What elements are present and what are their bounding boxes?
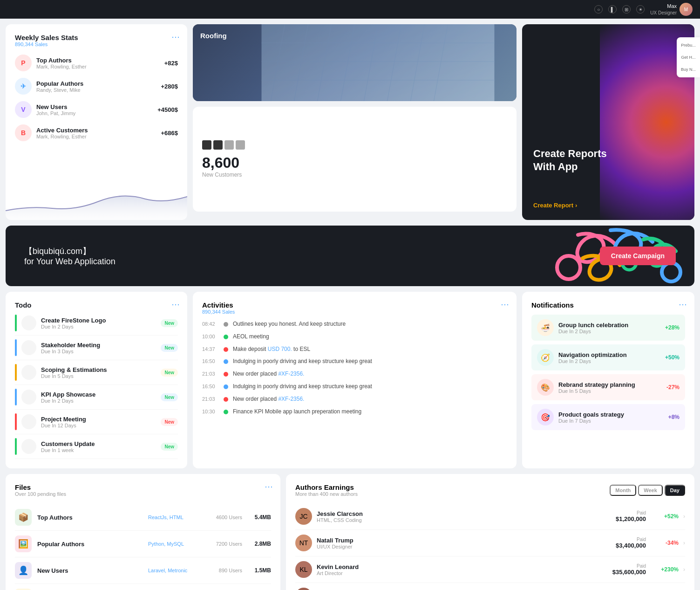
file-item: 🖼️ Popular Authors Python, MySQL 7200 Us… [15, 531, 271, 557]
file-icon: 👤 [15, 562, 32, 579]
sales-item-sub: John, Pat, Jimmy [36, 110, 153, 116]
notification-item: 🎨 Rebrand strategy planning Due In 5 Day… [531, 374, 685, 400]
notifications-title: Notifications [531, 301, 685, 309]
sales-items: P Top Authors Mark, Rowling, Esther +82$… [15, 55, 178, 141]
svg-point-12 [557, 256, 580, 279]
side-panel-item-prebu[interactable]: Prebu... [679, 41, 698, 49]
file-item: ⭐ Active Customers AngularJS, C# 4600 Us… [15, 584, 271, 590]
activity-item: 14:37 Make deposit USD 700. to ESL [202, 345, 507, 353]
sales-icon-new-users: V [15, 101, 32, 118]
todo-info: Create FireStone Logo Due In 2 Days [41, 317, 156, 329]
author-item: JC Jessie Clarcson HTML, CSS Coding Paid… [295, 503, 685, 530]
author-chevron-icon[interactable]: › [683, 566, 685, 573]
todo-due: Due In 3 Days [41, 349, 156, 354]
author-paid-label: Paid [612, 563, 646, 569]
activity-item: 21:03 New order placed #XF-2356. [202, 395, 507, 403]
activity-text: Finance KPI Mobile app launch preperatio… [233, 408, 361, 416]
sales-item-name: Active Customers [36, 127, 156, 134]
weekly-sales-title: Weekly Sales Stats [15, 34, 178, 41]
file-users: 890 Users [205, 568, 242, 573]
side-panel-item-buyn[interactable]: Buy N... [679, 65, 698, 74]
activity-link[interactable]: #XF-2356. [278, 370, 304, 377]
author-avatar: KL [295, 561, 312, 578]
author-payment: Paid $3,400,000 [616, 537, 646, 549]
todo-name: Create FireStone Logo [41, 317, 156, 324]
todo-item: Project Meeting Due In 12 Days New [15, 410, 178, 434]
create-report-link[interactable]: Create Report › [533, 202, 683, 209]
author-chevron-icon[interactable]: › [683, 540, 685, 546]
activity-time: 16:50 [202, 383, 219, 389]
author-role: Art Director [317, 570, 608, 576]
create-campaign-button[interactable]: Create Campaign [600, 247, 676, 265]
user-name-label: Max UX Designer [650, 3, 677, 15]
author-chevron-icon[interactable]: › [683, 513, 685, 520]
activity-link[interactable]: USD 700. [268, 346, 292, 352]
tab-month[interactable]: Month [610, 485, 636, 496]
todo-bar [15, 413, 17, 430]
notif-pct: +50% [665, 354, 680, 361]
todo-dot [21, 316, 36, 330]
notif-name: Rebrand strategy planning [558, 381, 662, 388]
todo-badge: New [161, 344, 178, 352]
file-users: 4600 Users [205, 515, 242, 520]
author-item: KL Kevin Leonard Art Director Paid $35,6… [295, 556, 685, 583]
earnings-subtitle: More than 400 new authors [295, 491, 358, 497]
sales-item-info-top-authors: Top Authors Mark, Rowling, Esther [36, 57, 160, 69]
file-size: 1.5MB [248, 567, 271, 574]
todo-name: KPI App Showcase [41, 391, 156, 398]
todo-bar [15, 389, 17, 405]
sales-chart [6, 173, 187, 220]
activities-card: ⋯ Activities 890,344 Sales 08:42 Outline… [193, 292, 517, 468]
notif-due: Due In 5 Days [558, 388, 662, 394]
todo-bar [15, 364, 17, 381]
notif-name: Group lunch celebration [558, 322, 660, 329]
notifications-menu-button[interactable]: ⋯ [679, 299, 687, 309]
todo-dot [21, 414, 36, 429]
notif-icon: 🍜 [537, 319, 554, 336]
activity-time: 21:03 [202, 370, 219, 377]
row-4: ⋯ Files Over 100 pending files 📦 Top Aut… [6, 474, 694, 590]
files-list: 📦 Top Authors ReactJs, HTML 4600 Users 5… [15, 504, 271, 590]
todo-bar [15, 339, 17, 356]
bars-icon[interactable]: ▌ [608, 5, 617, 14]
notifications-card: ⋯ Notifications 🍜 Group lunch celebratio… [522, 292, 694, 468]
author-avatar: NT [295, 535, 312, 551]
todo-items: Create FireStone Logo Due In 2 Days New … [15, 311, 178, 459]
todo-menu-button[interactable]: ⋯ [171, 299, 180, 309]
customer-icons [202, 140, 507, 150]
activities-menu-button[interactable]: ⋯ [501, 299, 509, 309]
todo-badge: New [161, 418, 178, 426]
todo-info: KPI App Showcase Due In 2 Days [41, 391, 156, 404]
file-item: 📦 Top Authors ReactJs, HTML 4600 Users 5… [15, 504, 271, 531]
weekly-sales-menu[interactable]: ⋯ [171, 32, 180, 42]
todo-due: Due In 12 Days [41, 423, 156, 428]
activity-dot [224, 335, 228, 339]
author-payment: Paid $35,600,000 [612, 563, 646, 576]
file-name: New Users [37, 567, 143, 574]
activity-link[interactable]: #XF-2356. [278, 396, 304, 402]
files-menu-button[interactable]: ⋯ [265, 481, 273, 492]
campaign-banner: 【biqubiqú.com】 for Your Web Application … [6, 226, 694, 286]
tab-week[interactable]: Week [638, 485, 663, 496]
user-avatar[interactable]: M [680, 3, 693, 16]
todo-info: Customers Update Due In 1 week [41, 440, 156, 453]
notification-item: 🍜 Group lunch celebration Due In 2 Days … [531, 315, 685, 341]
search-icon[interactable]: ○ [594, 5, 603, 14]
grid-icon[interactable]: ⊞ [622, 5, 631, 14]
file-icon: 📦 [15, 509, 32, 526]
main-content: ⋯ Weekly Sales Stats 890,344 Sales P Top… [0, 19, 700, 590]
todo-item: Scoping & Estimations Due In 5 Days New [15, 360, 178, 385]
sun-icon[interactable]: ☀ [636, 5, 645, 14]
todo-badge: New [161, 369, 178, 377]
activity-dot [224, 359, 228, 364]
notif-pct: +28% [665, 324, 680, 331]
tab-day[interactable]: Day [665, 485, 685, 496]
notifications-list: 🍜 Group lunch celebration Due In 2 Days … [531, 315, 685, 430]
activity-time: 21:03 [202, 395, 219, 402]
activities-title: Activities [202, 301, 507, 309]
user-profile[interactable]: Max UX Designer M [650, 3, 693, 16]
icon-sq-light [224, 140, 234, 150]
side-panel-item-geth[interactable]: Get H... [679, 53, 697, 62]
authors-earnings-card: Authors Earnings More than 400 new autho… [286, 474, 694, 590]
activities-subtitle: 890,344 Sales [202, 309, 507, 315]
